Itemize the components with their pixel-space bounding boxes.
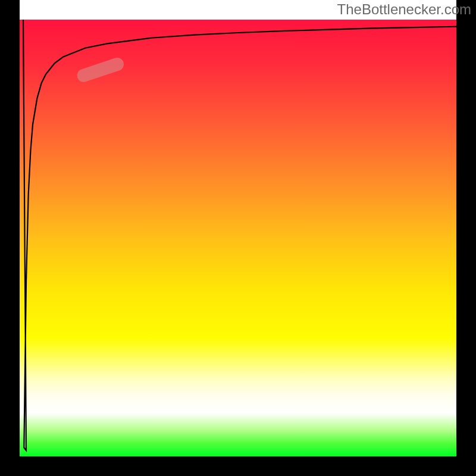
highlight-marker: [76, 56, 126, 84]
watermark-text: TheBottlenecker.com: [337, 1, 471, 18]
chart-container: TheBottlenecker.com: [0, 0, 476, 476]
data-curve: [23, 20, 456, 450]
chart-svg: [0, 0, 476, 476]
axis-bottom-border: [0, 456, 476, 476]
axis-left-border: [0, 0, 20, 476]
axis-right-border: [456, 0, 476, 476]
